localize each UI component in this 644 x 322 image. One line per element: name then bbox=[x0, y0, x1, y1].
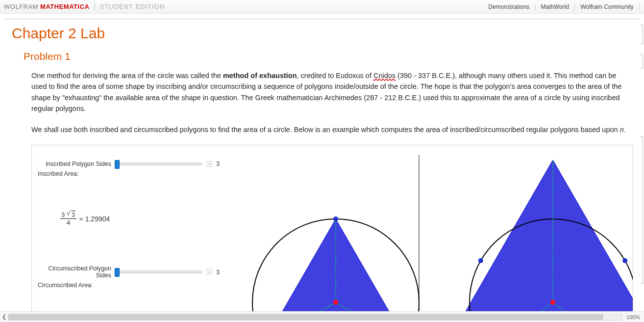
circumscribed-slider[interactable] bbox=[114, 270, 202, 273]
link-wolfram-community[interactable]: Wolfram Community bbox=[575, 3, 638, 10]
inscribed-slider-expand-icon[interactable]: ＋ bbox=[206, 161, 212, 167]
cell-bracket-icon[interactable] bbox=[640, 136, 643, 284]
horizontal-scrollbar[interactable] bbox=[8, 314, 622, 321]
manipulate-panel: Inscribed Polygon Sides ＋ 3 Inscribed Ar… bbox=[31, 145, 633, 322]
circumscribed-slider-thumb[interactable] bbox=[115, 268, 120, 277]
problem-title: Problem 1 bbox=[24, 51, 638, 62]
link-mathworld[interactable]: MathWorld bbox=[536, 3, 574, 10]
circumscribed-area-label: Circumscribed Area: bbox=[38, 282, 228, 289]
zoom-level[interactable]: 100% bbox=[622, 314, 644, 320]
svg-marker-8 bbox=[435, 160, 633, 322]
inscribed-slider-label: Inscribed Polygon Sides bbox=[36, 161, 114, 167]
inscribed-area-value: 3 3 4 ≈ 1.29904 bbox=[60, 212, 228, 226]
inscribed-slider-row: Inscribed Polygon Sides ＋ 3 bbox=[36, 160, 228, 167]
inscribed-plot bbox=[238, 155, 435, 321]
app-topbar: WOLFRAM MATHEMATICA STUDENT EDITION Demo… bbox=[0, 0, 644, 14]
notebook-content: Chapter 2 Lab Problem 1 One method for d… bbox=[0, 19, 644, 322]
paragraph-2: We shall use both inscribed and circumsc… bbox=[31, 124, 633, 135]
horizontal-scrollbar-thumb[interactable] bbox=[8, 314, 603, 320]
link-demonstrations[interactable]: Demonstrations bbox=[483, 3, 534, 10]
top-links: Demonstrations | MathWorld | Wolfram Com… bbox=[483, 3, 640, 10]
cell-bracket-icon[interactable] bbox=[640, 54, 643, 69]
inscribed-slider-value: 3 bbox=[216, 160, 220, 167]
circumscribed-slider-label: Circumscribed Polygon Sides bbox=[36, 265, 114, 279]
inscribed-slider[interactable] bbox=[114, 162, 202, 165]
controls-column: Inscribed Polygon Sides ＋ 3 Inscribed Ar… bbox=[32, 145, 228, 289]
scroll-left-icon[interactable]: ❮ bbox=[0, 314, 8, 320]
svg-point-13 bbox=[550, 300, 555, 305]
graphics-column bbox=[238, 155, 633, 321]
circumscribed-slider-expand-icon[interactable]: ＋ bbox=[206, 269, 212, 275]
spell-marked-cnidos: Cnidos bbox=[373, 72, 396, 80]
paragraph-1: One method for deriving the area of the … bbox=[31, 70, 633, 114]
circumscribed-slider-row: Circumscribed Polygon Sides ＋ 3 bbox=[36, 265, 228, 279]
svg-point-7 bbox=[333, 216, 338, 221]
brand: WOLFRAM MATHEMATICA STUDENT EDITION bbox=[4, 3, 165, 10]
inscribed-area-label: Inscribed Area: bbox=[38, 170, 228, 177]
status-bar: ❮ 100% bbox=[0, 311, 644, 322]
chapter-title: Chapter 2 Lab bbox=[12, 25, 638, 42]
svg-point-15 bbox=[622, 258, 627, 263]
svg-point-14 bbox=[478, 258, 483, 263]
inscribed-slider-thumb[interactable] bbox=[115, 160, 120, 169]
svg-point-6 bbox=[333, 300, 338, 305]
cell-bracket-icon[interactable] bbox=[640, 25, 643, 44]
circumscribed-plot bbox=[435, 155, 633, 321]
circumscribed-slider-value: 3 bbox=[216, 268, 220, 276]
